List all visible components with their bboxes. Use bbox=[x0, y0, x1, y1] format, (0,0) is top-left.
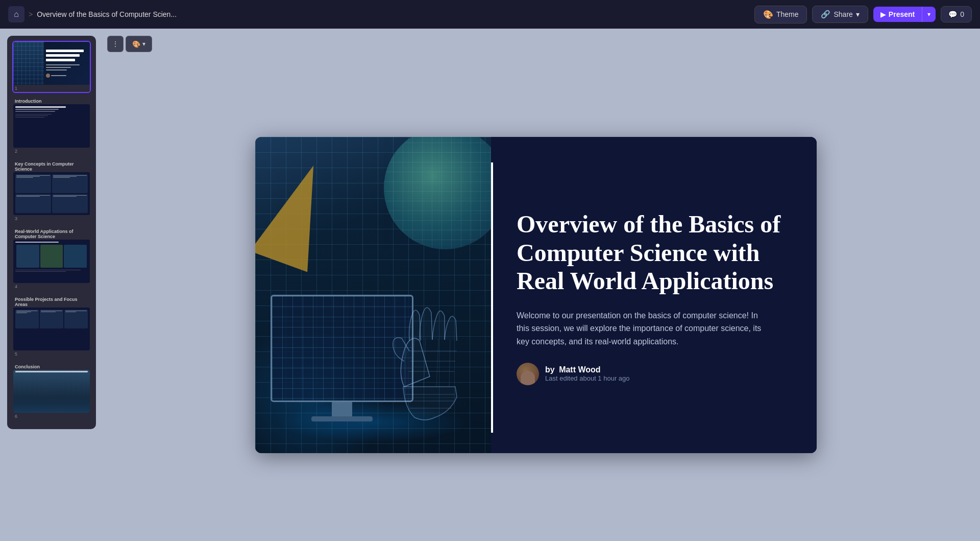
present-button[interactable]: ▶ Present ▾ bbox=[873, 7, 936, 22]
slide-label-5: Possible Projects and Focus Areas bbox=[13, 295, 90, 308]
share-label: Share bbox=[834, 10, 852, 18]
monitor-stand bbox=[332, 402, 352, 417]
author-avatar bbox=[517, 363, 539, 385]
slide-description: Welcome to our presentation on the basic… bbox=[517, 309, 762, 348]
slide-thumb-6[interactable]: Conclusion 6 bbox=[12, 362, 91, 421]
slide-thumb-inner-6 bbox=[13, 370, 90, 413]
slide-label-6: Conclusion bbox=[13, 363, 90, 370]
present-main[interactable]: ▶ Present bbox=[873, 7, 922, 22]
present-chevron-icon: ▾ bbox=[927, 11, 930, 18]
slide-preview-1 bbox=[13, 42, 90, 85]
thumb-cell-5b bbox=[40, 310, 63, 328]
slide-num-row-4: 4 bbox=[13, 283, 90, 290]
toolbar-palette-button[interactable]: 🎨 ▾ bbox=[126, 36, 152, 52]
thumb-cell-3 bbox=[15, 194, 51, 213]
slide-img-row bbox=[15, 244, 88, 269]
theme-label: Theme bbox=[776, 10, 799, 18]
slide-thumb-3[interactable]: Key Concepts in Computer Science bbox=[12, 159, 91, 223]
topbar-right: 🎨 Theme 🔗 Share ▾ ▶ Present ▾ 💬 0 bbox=[754, 6, 972, 23]
slide-thumb-inner-2 bbox=[13, 104, 90, 147]
slide-num-row-3: 3 bbox=[13, 215, 90, 222]
slide-toolbar: ⋮ 🎨 ▾ bbox=[107, 36, 152, 52]
share-link-icon: 🔗 bbox=[821, 10, 830, 19]
author-row: by Matt Wood Last edited about 1 hour ag… bbox=[517, 363, 791, 385]
home-button[interactable]: ⌂ bbox=[8, 6, 24, 22]
slide-label-3: Key Concepts in Computer Science bbox=[13, 160, 90, 172]
share-chevron-icon: ▾ bbox=[856, 10, 860, 18]
thumb-img-2 bbox=[40, 245, 63, 268]
wireframe-hand bbox=[384, 285, 491, 438]
toolbar-dots-button[interactable]: ⋮ bbox=[107, 36, 124, 52]
thumb-cell-5a bbox=[15, 310, 39, 328]
slide-thumb-inner-3 bbox=[13, 172, 90, 215]
thumb-cell-1 bbox=[15, 174, 51, 193]
present-play-icon: ▶ bbox=[880, 11, 886, 18]
slide-preview-4 bbox=[13, 240, 90, 283]
slide-preview-2 bbox=[13, 104, 90, 147]
slide-thumb-1[interactable]: 1 bbox=[12, 41, 91, 93]
slide-number-5: 5 bbox=[15, 351, 17, 357]
slide-visual-panel bbox=[255, 137, 491, 453]
thumb-img-1 bbox=[16, 245, 39, 268]
slide-main-title: Overview of the Basics of Computer Scien… bbox=[517, 210, 791, 295]
slide-number-4: 4 bbox=[15, 284, 17, 289]
slide-number-6: 6 bbox=[15, 414, 17, 419]
slide-number-2: 2 bbox=[15, 149, 17, 154]
slide-thumb-2[interactable]: Introduction 2 bbox=[12, 96, 91, 155]
comment-count: 0 bbox=[960, 10, 964, 18]
present-chevron[interactable]: ▾ bbox=[922, 7, 936, 21]
topbar: ⌂ > Overview of the Basics of Computer S… bbox=[0, 0, 980, 29]
slide-thumb-inner-4 bbox=[13, 240, 90, 283]
slide-label-4: Real-World Applications of Computer Scie… bbox=[13, 227, 90, 240]
author-by-prefix: by bbox=[545, 365, 555, 374]
thumb-cell-4 bbox=[52, 194, 88, 213]
slide-thumb-inner-5 bbox=[13, 308, 90, 350]
theme-button[interactable]: 🎨 Theme bbox=[754, 6, 807, 23]
palette-icon: 🎨 bbox=[132, 40, 140, 48]
breadcrumb-title: Overview of the Basics of Computer Scien… bbox=[37, 10, 177, 18]
author-name: by Matt Wood bbox=[545, 365, 630, 374]
slide-thumb-inner-1 bbox=[13, 42, 90, 85]
slide-num-row-6: 6 bbox=[13, 413, 90, 420]
home-icon: ⌂ bbox=[14, 10, 19, 19]
comment-button[interactable]: 💬 0 bbox=[941, 6, 972, 22]
slide-num-row-2: 2 bbox=[13, 148, 90, 155]
author-full-name: Matt Wood bbox=[559, 365, 600, 374]
breadcrumb-separator: > bbox=[29, 10, 33, 18]
slide-right-preview bbox=[44, 42, 90, 85]
thumb-img-3 bbox=[64, 245, 87, 268]
present-label: Present bbox=[889, 10, 915, 18]
monitor-base bbox=[311, 416, 373, 421]
canvas-area: Overview of the Basics of Computer Scien… bbox=[0, 29, 980, 541]
avatar-figure bbox=[521, 371, 535, 385]
slide-label-2: Introduction bbox=[13, 97, 90, 104]
theme-palette-icon: 🎨 bbox=[763, 10, 773, 19]
slide-preview-6 bbox=[13, 370, 90, 413]
thumb-cell-5c bbox=[64, 310, 88, 328]
author-last-edited: Last edited about 1 hour ago bbox=[545, 374, 630, 382]
slide-number-1: 1 bbox=[15, 86, 17, 91]
slide-preview-5 bbox=[13, 308, 90, 350]
slide-number-3: 3 bbox=[15, 216, 17, 221]
dots-icon: ⋮ bbox=[112, 40, 119, 48]
title-accent-bar bbox=[491, 162, 493, 433]
topbar-left: ⌂ > Overview of the Basics of Computer S… bbox=[8, 6, 177, 22]
slide-preview-3 bbox=[13, 172, 90, 215]
slide-num-row-5: 5 bbox=[13, 350, 90, 358]
slide-panel: ✕ bbox=[7, 36, 96, 429]
slide-num-row-1: 1 bbox=[13, 85, 90, 92]
slide-main: Overview of the Basics of Computer Scien… bbox=[255, 137, 817, 453]
slide-thumb-5[interactable]: Possible Projects and Focus Areas bbox=[12, 294, 91, 359]
thumb-cell-2 bbox=[52, 174, 88, 193]
chevron-down-icon: ▾ bbox=[142, 40, 145, 48]
slide-thumb-4[interactable]: Real-World Applications of Computer Scie… bbox=[12, 226, 91, 291]
slide-content-panel: Overview of the Basics of Computer Scien… bbox=[491, 137, 817, 453]
main-area: ✕ bbox=[0, 29, 980, 541]
share-button[interactable]: 🔗 Share ▾ bbox=[812, 6, 868, 23]
slide-left-preview bbox=[13, 42, 44, 85]
comment-icon: 💬 bbox=[948, 10, 957, 18]
author-info: by Matt Wood Last edited about 1 hour ag… bbox=[545, 365, 630, 382]
